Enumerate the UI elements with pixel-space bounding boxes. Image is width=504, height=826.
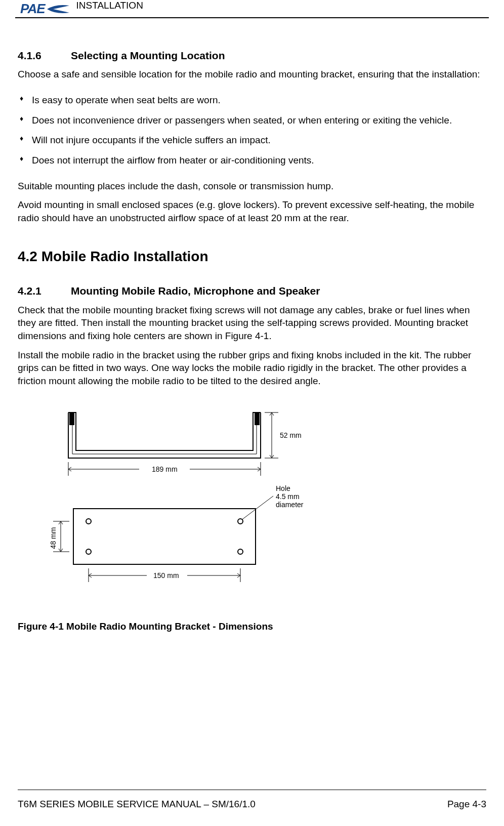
page-header: PAE INSTALLATION xyxy=(15,0,489,18)
footer-right: Page 4-3 xyxy=(447,798,486,811)
svg-line-35 xyxy=(89,575,92,577)
list-item: Does not interrupt the airflow from heat… xyxy=(18,154,486,167)
section-title: Mobile Radio Installation xyxy=(41,249,208,264)
svg-line-22 xyxy=(242,496,273,519)
hole-label: Hole xyxy=(276,484,290,492)
svg-rect-17 xyxy=(73,509,256,564)
svg-line-16 xyxy=(258,469,261,471)
section-title: Selecting a Mounting Location xyxy=(71,50,225,61)
svg-line-28 xyxy=(59,549,61,552)
list-item: Is easy to operate when seat belts are w… xyxy=(18,94,486,107)
page-content: 4.1.6Selecting a Mounting Location Choos… xyxy=(0,18,504,633)
figure-caption: Figure 4-1 Mobile Radio Mounting Bracket… xyxy=(18,620,486,633)
section-number: 4.2.1 xyxy=(18,284,71,298)
svg-line-6 xyxy=(272,412,274,416)
svg-rect-0 xyxy=(70,414,74,425)
svg-line-15 xyxy=(258,467,261,469)
figure-4-1: 52 mm 189 mm xyxy=(38,402,486,605)
dimension-label: 52 mm xyxy=(280,431,302,439)
list-item: Does not inconvenience driver or passeng… xyxy=(18,114,486,127)
dimension-label: 150 mm xyxy=(153,571,179,580)
heading-4-2: 4.2 Mobile Radio Installation xyxy=(18,247,486,266)
hole-label: 4.5 mm xyxy=(276,492,300,501)
svg-line-13 xyxy=(68,467,71,469)
svg-rect-1 xyxy=(255,414,259,425)
list-item: Will not injure occupants if the vehicle… xyxy=(18,134,486,147)
heading-4-1-6: 4.1.6Selecting a Mounting Location xyxy=(18,49,486,63)
svg-point-20 xyxy=(86,549,91,554)
heading-4-2-1: 4.2.1Mounting Mobile Radio, Microphone a… xyxy=(18,284,486,298)
svg-line-14 xyxy=(68,469,71,471)
svg-point-18 xyxy=(86,519,91,524)
body-paragraph: Check that the mobile mounting bracket f… xyxy=(18,304,486,343)
svg-point-19 xyxy=(238,519,243,524)
header-section-title: INSTALLATION xyxy=(76,0,143,12)
logo-text: PAE xyxy=(20,0,45,18)
hole-label: diameter xyxy=(276,501,304,509)
dimension-label: 189 mm xyxy=(152,465,178,473)
section-number: 4.1.6 xyxy=(18,49,71,63)
section-number: 4.2 xyxy=(18,249,37,264)
bracket-diagram-icon: 52 mm 189 mm xyxy=(38,402,321,605)
body-paragraph: Install the mobile radio in the bracket … xyxy=(18,349,486,388)
svg-line-34 xyxy=(89,573,92,575)
svg-line-5 xyxy=(270,412,272,416)
body-paragraph: Suitable mounting places include the das… xyxy=(18,180,486,193)
body-paragraph: Avoid mounting in small enclosed spaces … xyxy=(18,198,486,224)
svg-line-7 xyxy=(270,455,272,458)
svg-line-27 xyxy=(61,521,63,524)
svg-line-36 xyxy=(237,573,240,575)
logo-swoosh-icon xyxy=(46,3,70,16)
dimension-label: 48 mm xyxy=(49,527,57,549)
svg-line-37 xyxy=(237,575,240,577)
bullet-list: Is easy to operate when seat belts are w… xyxy=(18,94,486,167)
logo: PAE xyxy=(20,0,70,18)
svg-line-26 xyxy=(59,521,61,524)
svg-line-8 xyxy=(272,455,274,458)
footer-left: T6M SERIES MOBILE SERVICE MANUAL – SM/16… xyxy=(18,798,256,811)
svg-point-21 xyxy=(238,549,243,554)
page-footer: T6M SERIES MOBILE SERVICE MANUAL – SM/16… xyxy=(18,790,486,811)
intro-paragraph: Choose a safe and sensible location for … xyxy=(18,68,486,81)
svg-line-29 xyxy=(61,549,63,552)
section-title: Mounting Mobile Radio, Microphone and Sp… xyxy=(71,285,320,297)
